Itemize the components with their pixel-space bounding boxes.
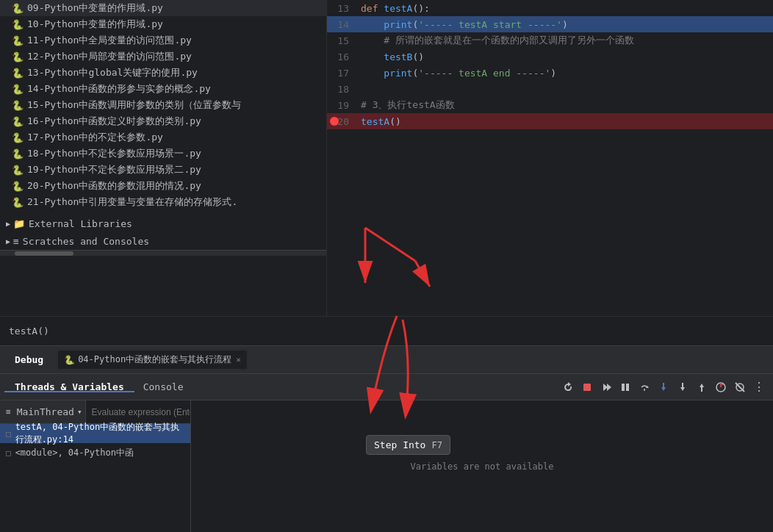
file-item-11[interactable]: 🐍 11-Python中全局变量的访问范围.py (0, 32, 326, 48)
tab-threads-variables[interactable]: Threads & Variables (7, 377, 132, 397)
more-options-button[interactable]: ⋮ (749, 378, 769, 397)
variables-panel: Variables are not available (191, 400, 773, 532)
file-item-09[interactable]: 🐍 09-Python中变量的作用域.py (0, 0, 326, 16)
file-item-15[interactable]: 🐍 15-Python中函数调用时参数的类别（位置参数与 (0, 97, 326, 113)
frame-icon-2: □ (6, 448, 11, 458)
step-out-button[interactable] (692, 378, 711, 397)
file-item-18[interactable]: 🐍 18-Python中不定长参数应用场景一.py (0, 145, 326, 162)
code-line-14: 14 print('----- testA start -----') (327, 16, 773, 32)
file-item-14[interactable]: 🐍 14-Python中函数的形参与实参的概念.py (0, 81, 326, 97)
dropdown-arrow-icon[interactable]: ▾ (77, 407, 82, 417)
tab-console[interactable]: Console (136, 378, 191, 395)
step-into-tooltip: Step Into F7 (366, 435, 450, 455)
svg-line-2 (365, 228, 415, 261)
frame-item-0[interactable]: □ testA, 04-Python中函数的嵌套与其执行流程.py:14 (0, 424, 190, 443)
python-icon: 🐍 (12, 3, 24, 14)
python-icon: 🐍 (12, 116, 24, 127)
code-line-19: 19 # 3、执行testA函数 (327, 97, 773, 113)
svg-marker-6 (607, 384, 611, 391)
python-icon: 🐍 (12, 35, 24, 46)
debug-content: ≡ MainThread ▾ □ testA, 04-Python中函数的嵌套与… (0, 400, 773, 532)
svg-rect-4 (583, 384, 591, 391)
run-to-cursor-button[interactable] (711, 378, 730, 397)
step-into-button[interactable] (654, 378, 673, 397)
svg-line-3 (415, 261, 430, 287)
tab-file-04[interactable]: 🐍 04-Python中函数的嵌套与其执行流程 ✕ (58, 351, 247, 369)
code-line-15: 15 # 所谓的嵌套就是在一个函数的内部又调用了另外一个函数 (327, 32, 773, 48)
python-icon: 🐍 (12, 19, 24, 30)
folder-icon: 📁 (13, 218, 25, 229)
tab-debug[interactable]: Debug (6, 351, 52, 368)
python-icon: 🐍 (12, 148, 24, 159)
svg-rect-8 (626, 384, 629, 391)
code-line-18: 18 (327, 81, 773, 97)
resume-button[interactable] (597, 378, 616, 397)
file-item-17[interactable]: 🐍 17-Python中的不定长参数.py (0, 129, 326, 145)
file-item-16[interactable]: 🐍 16-Python中函数定义时参数的类别.py (0, 113, 326, 129)
file-sidebar: 🐍 09-Python中变量的作用域.py 🐍 10-Python中变量的作用域… (0, 0, 327, 316)
expand-arrow-icon-2: ▶ (6, 237, 10, 245)
step-over-button[interactable] (635, 378, 654, 397)
file-item-21[interactable]: 🐍 21-Python中引用变量与变量在存储的存储形式. (0, 194, 326, 210)
code-line-17: 17 print('----- testA end -----') (327, 65, 773, 81)
python-icon: 🐍 (12, 132, 24, 143)
svg-marker-12 (661, 387, 666, 391)
breakpoint-dot (330, 117, 339, 126)
python-icon: 🐍 (12, 197, 24, 208)
stop-button[interactable] (578, 378, 597, 397)
debug-toolbar: Threads & Variables Console (0, 374, 773, 400)
evaluate-expression-input[interactable] (85, 400, 191, 423)
python-icon: 🐍 (12, 165, 24, 176)
code-line-16: 16 testB() (327, 48, 773, 65)
scratches-section[interactable]: ▶ ≡ Scratches and Consoles (0, 232, 326, 250)
python-icon: 🐍 (64, 355, 75, 365)
frame-icon: □ (6, 429, 11, 439)
external-libraries-section[interactable]: ▶ 📁 External Libraries (0, 215, 326, 232)
terminal-output: testA() (0, 316, 773, 345)
svg-line-20 (736, 383, 744, 392)
toolbar-buttons: ⋮ (558, 378, 769, 397)
file-item-20[interactable]: 🐍 20-Python中函数的参数混用的情况.py (0, 178, 326, 194)
pause-button[interactable] (616, 378, 635, 397)
mute-breakpoints-button[interactable] (730, 378, 749, 397)
code-editor: 13 def testA(): 14 print('----- testA st… (327, 0, 773, 316)
step-into-my-code-button[interactable] (673, 378, 692, 397)
file-item-19[interactable]: 🐍 19-Python中不定长参数应用场景二.py (0, 162, 326, 178)
scratches-icon: ≡ (13, 236, 19, 247)
thread-list: ≡ MainThread ▾ □ testA, 04-Python中函数的嵌套与… (0, 400, 191, 532)
debug-tabs-row: Debug 🐍 04-Python中函数的嵌套与其执行流程 ✕ (0, 346, 773, 374)
python-icon: 🐍 (12, 100, 24, 111)
file-item-10[interactable]: 🐍 10-Python中变量的作用域.py (0, 16, 326, 32)
thread-bars-icon: ≡ (6, 407, 11, 417)
svg-rect-7 (622, 384, 625, 391)
svg-marker-14 (680, 387, 685, 391)
file-item-12[interactable]: 🐍 12-Python中局部变量的访问范围.py (0, 48, 326, 65)
file-item-13[interactable]: 🐍 13-Python中global关键字的使用.py (0, 65, 326, 81)
python-icon: 🐍 (12, 51, 24, 62)
close-tab-icon[interactable]: ✕ (236, 355, 241, 364)
expand-arrow-icon: ▶ (6, 220, 10, 228)
rerun-button[interactable] (558, 378, 578, 397)
svg-marker-16 (700, 384, 704, 387)
code-line-13: 13 def testA(): (327, 0, 773, 16)
code-line-20: 20 testA() (327, 113, 773, 129)
python-icon: 🐍 (12, 181, 24, 192)
python-icon: 🐍 (12, 84, 24, 95)
python-icon: 🐍 (12, 68, 24, 79)
